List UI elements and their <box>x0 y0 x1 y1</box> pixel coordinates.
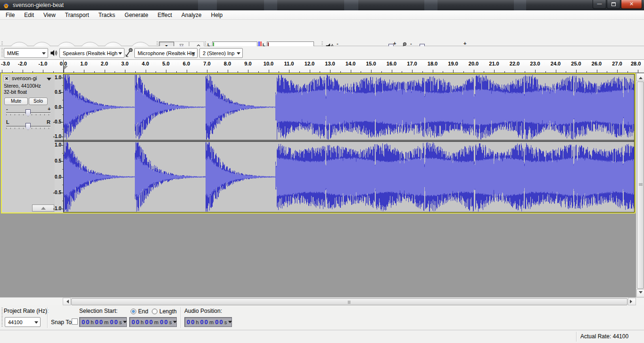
timeline-tick <box>187 70 187 73</box>
menu-analyze[interactable]: Analyze <box>177 11 206 19</box>
timeline-tick <box>125 70 125 73</box>
timeline-tick <box>525 71 525 73</box>
timeline-tick <box>566 71 566 73</box>
track-panel-area[interactable]: ✕ svenson-gi Stereo, 44100Hz 32-bit floa… <box>0 73 644 297</box>
output-device-dropdown[interactable]: Speakers (Realtek High <box>59 48 124 58</box>
timeline-tick <box>289 70 289 73</box>
status-bar-divider <box>576 332 577 342</box>
length-radio[interactable] <box>152 309 157 314</box>
timeline-label: 27.0 <box>612 61 622 66</box>
waveform-channel-right[interactable] <box>64 142 634 212</box>
menu-help[interactable]: Help <box>206 11 228 19</box>
device-toolbar-grip[interactable] <box>1 48 3 58</box>
timeline-label: 8.0 <box>224 61 231 66</box>
mute-button[interactable]: Mute <box>4 98 28 105</box>
time-unit: s <box>224 319 227 325</box>
time-digits: 00 <box>187 318 195 326</box>
timeline-label: 22.0 <box>510 61 520 66</box>
horizontal-scrollbar[interactable] <box>0 297 644 305</box>
vertical-ruler-channel-1: 1.00.50.0-0.5-1.0 <box>55 74 63 140</box>
timeline-tick <box>361 71 361 73</box>
chevron-down-icon <box>228 321 232 325</box>
menu-tracks[interactable]: Tracks <box>94 11 120 19</box>
timeline-tick <box>463 71 464 73</box>
timeline-label: 10.0 <box>264 61 273 66</box>
timeline-ruler[interactable]: -3.0-2.0-1.00.01.02.03.04.05.06.07.08.09… <box>0 60 644 73</box>
selection-start-label: Selection Start: <box>79 308 117 314</box>
audio-host-dropdown[interactable]: MME <box>4 48 48 58</box>
snap-to-checkbox[interactable] <box>72 318 78 325</box>
chevron-down-icon <box>237 52 240 57</box>
timeline-tick <box>33 71 33 73</box>
timeline-label: 16.0 <box>387 61 396 66</box>
title-bar[interactable]: svenson-gielen-beat — ✕ <box>0 0 644 10</box>
menu-effect[interactable]: Effect <box>153 11 176 19</box>
menu-bar: FileEditViewTransportTracksGenerateEffec… <box>0 10 644 20</box>
track-collapse-button[interactable] <box>32 204 54 212</box>
menu-view[interactable]: View <box>39 11 60 19</box>
menu-transport[interactable]: Transport <box>60 11 94 19</box>
vertical-scale-ruler[interactable]: 1.00.50.0-0.5-1.0 1.00.50.0-0.5-1.0 <box>55 74 63 212</box>
end-radio[interactable] <box>131 309 136 314</box>
audio-track[interactable]: ✕ svenson-gi Stereo, 44100Hz 32-bit floa… <box>1 73 636 213</box>
horizontal-scrollbar-thumb[interactable] <box>71 298 627 305</box>
vertical-scale-label: 0.5 <box>55 90 61 95</box>
selection-toolbar: Project Rate (Hz): 44100 Snap To Selecti… <box>0 305 644 330</box>
audio-position-field[interactable]: 00h00m00s <box>184 317 232 327</box>
vertical-scrollbar[interactable] <box>636 73 644 297</box>
audio-host-value: MME <box>7 50 19 56</box>
scroll-left-button[interactable] <box>63 298 71 305</box>
timeline-tick <box>258 71 259 73</box>
titlebar-reflection <box>198 0 217 10</box>
selection-start-field[interactable]: 00h00m00s <box>79 317 127 327</box>
track-close-button[interactable]: ✕ <box>3 75 10 82</box>
close-button[interactable]: ✕ <box>621 0 642 9</box>
waveform-display[interactable] <box>63 74 635 212</box>
timeline-tick <box>94 71 95 73</box>
timeline-tick <box>474 70 474 73</box>
waveform-channel-left[interactable] <box>64 74 634 140</box>
timeline-label: 13.0 <box>325 61 335 66</box>
vertical-scale-label: -1.0 <box>53 134 61 139</box>
menu-generate[interactable]: Generate <box>120 11 153 19</box>
minimize-button[interactable]: — <box>593 0 606 9</box>
scroll-up-button[interactable] <box>636 73 644 81</box>
arrow-right-icon <box>630 300 634 303</box>
gain-max-label: + <box>48 106 50 112</box>
vertical-scrollbar-thumb[interactable] <box>637 82 644 289</box>
selection-end-field[interactable]: 00h00m00s <box>129 317 177 327</box>
timeline-tick <box>412 70 413 73</box>
timeline-label: 20.0 <box>469 61 479 66</box>
maximize-button[interactable] <box>607 0 620 9</box>
time-unit: s <box>119 319 122 325</box>
timeline-label: 12.0 <box>305 61 314 66</box>
chevron-down-icon <box>173 321 177 325</box>
track-menu-arrow-icon[interactable] <box>47 78 51 83</box>
timeline-tick <box>135 71 136 73</box>
scroll-down-button[interactable] <box>636 289 644 297</box>
pan-left-label: L <box>6 119 9 125</box>
chevron-down-icon <box>34 321 38 326</box>
timeline-tick <box>627 71 628 73</box>
input-channels-dropdown[interactable]: 2 (Stereo) Inp <box>199 48 243 58</box>
timeline-tick <box>23 70 23 73</box>
menu-file[interactable]: File <box>1 11 19 19</box>
selection-toolbar-grip[interactable] <box>1 308 3 327</box>
input-device-dropdown[interactable]: Microphone (Realtek Hig <box>134 48 198 58</box>
timeline-label: 9.0 <box>244 61 251 66</box>
timeline-label: 2.0 <box>101 61 108 66</box>
arrow-left-icon <box>65 300 69 303</box>
timeline-tick <box>238 71 238 73</box>
scroll-right-button[interactable] <box>628 298 636 305</box>
time-digits: 00 <box>95 318 104 326</box>
time-digits: 00 <box>110 318 118 326</box>
chevron-down-icon <box>191 52 195 57</box>
timeline-tick <box>310 70 310 73</box>
toolbar-separator <box>181 307 181 328</box>
solo-button[interactable]: Solo <box>29 98 48 105</box>
timeline-tick <box>402 71 402 73</box>
track-name[interactable]: svenson-gi <box>12 75 46 81</box>
menu-edit[interactable]: Edit <box>19 11 39 19</box>
timeline-tick <box>494 70 495 73</box>
project-rate-dropdown[interactable]: 44100 <box>5 317 41 327</box>
